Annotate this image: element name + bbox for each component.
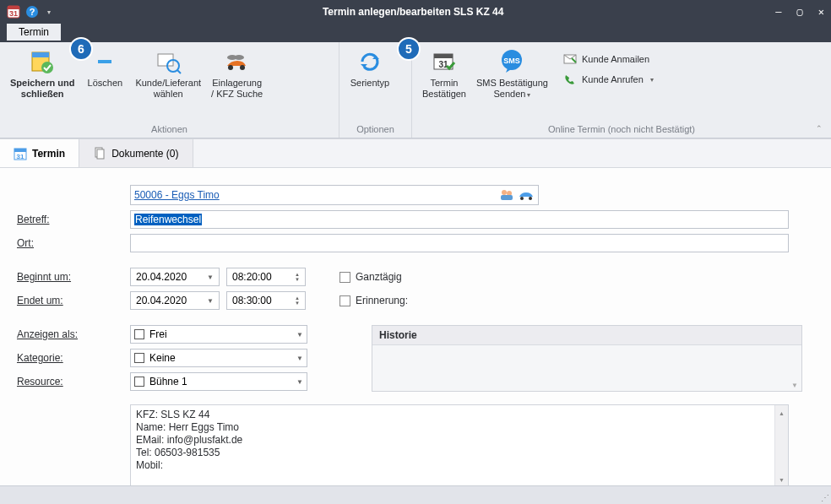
end-date-input[interactable]: 20.04.2020▼: [130, 291, 220, 310]
svg-point-15: [240, 65, 245, 70]
end-time-input[interactable]: 08:30:00▲▼: [226, 291, 306, 310]
showas-label: Anzeigen als:: [17, 328, 130, 340]
people-icon[interactable]: [499, 188, 514, 202]
car-icon[interactable]: [518, 188, 535, 202]
svg-point-13: [234, 55, 244, 60]
ribbon-collapse-icon[interactable]: ⌃: [816, 124, 823, 133]
resource-select[interactable]: Bühne 1▼: [130, 372, 307, 391]
save-close-button[interactable]: Speichern und schließen: [5, 46, 79, 101]
svg-text:?: ?: [30, 7, 35, 17]
window-title: Termin anlegen/bearbeiten SLS KZ 44: [51, 6, 775, 18]
start-date-input[interactable]: 20.04.2020▼: [130, 268, 220, 286]
hint-badge-5: 5: [397, 37, 421, 61]
svg-point-14: [228, 65, 233, 70]
svg-point-27: [502, 190, 507, 195]
hint-badge-6: 6: [69, 37, 93, 61]
svg-text:31: 31: [17, 153, 24, 160]
ribbon-group-online-label: Online Termin (noch nicht Bestätigt): [412, 122, 831, 138]
resize-grip[interactable]: ⋰: [821, 493, 828, 502]
subtab-termin[interactable]: 31 Termin: [0, 139, 79, 167]
svg-rect-6: [32, 52, 49, 57]
customer-link[interactable]: 50006 - Eggs Timo: [134, 189, 499, 201]
subject-label: Betreff:: [17, 214, 130, 225]
showas-select[interactable]: Frei▼: [130, 325, 307, 344]
reminder-label: Erinnerung:: [356, 295, 408, 306]
history-header: Historie: [372, 326, 801, 345]
notes-textarea[interactable]: KFZ: SLS KZ 44 Name: Herr Eggs Timo EMai…: [130, 404, 789, 489]
documents-icon: [93, 147, 106, 160]
subject-input[interactable]: Reifenwechsel: [130, 210, 789, 229]
maximize-button[interactable]: ▢: [797, 6, 803, 18]
notes-scrollbar[interactable]: [774, 405, 788, 488]
help-icon[interactable]: ?: [25, 5, 39, 19]
ribbon-group-actions-label: Aktionen: [0, 122, 339, 138]
svg-point-31: [529, 197, 532, 200]
resource-label: Resource:: [17, 376, 130, 387]
svg-point-30: [520, 197, 524, 200]
svg-point-7: [41, 62, 53, 73]
minimize-button[interactable]: —: [775, 6, 781, 18]
customer-link-box[interactable]: 50006 - Eggs Timo: [130, 185, 539, 205]
subtab-documents[interactable]: Dokumente (0): [79, 139, 193, 167]
svg-rect-26: [97, 149, 104, 159]
content-area: 31 Termin Dokumente (0) 50006 - Eggs Tim…: [0, 138, 831, 485]
location-label: Ort:: [17, 237, 130, 249]
confirm-appointment-button[interactable]: 31 Termin Bestätigen: [417, 46, 471, 101]
location-input[interactable]: [130, 234, 789, 252]
allday-label: Ganztägig: [356, 271, 402, 283]
start-time-input[interactable]: 08:20:00▲▼: [226, 268, 306, 286]
ribbon-group-options-label: Optionen: [339, 122, 411, 138]
call-customer-button[interactable]: Kunde Anrufen ▾: [560, 71, 657, 88]
close-button[interactable]: ✕: [818, 6, 824, 18]
svg-text:31: 31: [9, 9, 18, 18]
svg-line-11: [177, 70, 181, 73]
reminder-checkbox[interactable]: [339, 295, 350, 306]
category-select[interactable]: Keine▼: [130, 349, 307, 367]
storage-search-button[interactable]: Einlagerung / KFZ Suche: [206, 46, 268, 101]
mail-customer-button[interactable]: Kunde Anmailen: [560, 51, 657, 68]
history-body[interactable]: ▼: [372, 345, 801, 391]
svg-rect-17: [434, 54, 453, 58]
end-label: Endet um:: [17, 295, 130, 306]
start-label: Beginnt um:: [17, 271, 130, 283]
svg-rect-8: [98, 60, 111, 63]
ribbon: ⌃ 6 5 Speichern und schließen Löschen Ku…: [0, 42, 831, 138]
series-type-button[interactable]: Serientyp: [345, 46, 395, 90]
app-icon: 31: [7, 5, 20, 19]
sms-confirm-button[interactable]: SMS SMS Bestätigung Senden▾: [471, 46, 553, 102]
allday-checkbox[interactable]: [339, 272, 350, 283]
pick-customer-button[interactable]: Kunde/Lieferant wählen: [130, 46, 206, 101]
svg-rect-29: [501, 195, 513, 200]
ribbon-tab-termin[interactable]: Termin: [7, 24, 61, 41]
statusbar: ⋰: [0, 485, 831, 504]
history-panel: Historie ▼: [372, 325, 802, 392]
calendar-icon: 31: [14, 147, 27, 160]
svg-text:SMS: SMS: [504, 57, 521, 65]
svg-rect-23: [14, 149, 26, 152]
titlebar: 31 ? ▾ Termin anlegen/bearbeiten SLS KZ …: [0, 0, 831, 24]
category-label: Kategorie:: [17, 352, 130, 364]
